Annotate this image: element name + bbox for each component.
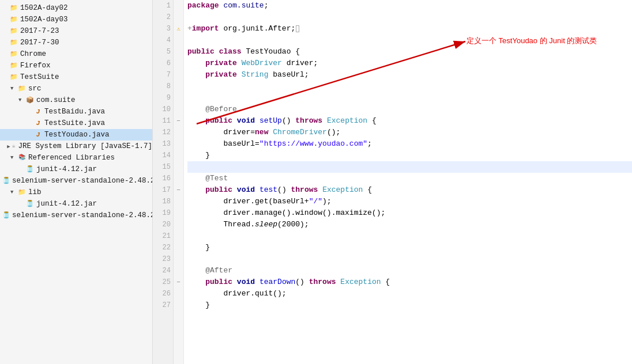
gutter-item[interactable]: − — [174, 184, 183, 196]
jar-icon: 🫙 — [25, 199, 35, 208]
tree-label: Referenced Libraries — [28, 154, 115, 162]
jar-icon: 🫙 — [25, 165, 35, 174]
tree-label: 1502A-day03 — [20, 16, 68, 24]
code-line: public void tearDown() throws Exception … — [187, 276, 632, 288]
sidebar-item-2017-7-30[interactable]: 📁 2017-7-30 — [0, 37, 152, 48]
code-line: private WebDriver driver; — [187, 58, 632, 69]
tree-label: TestSuite.java — [44, 119, 105, 127]
sidebar-item-junit-jar2[interactable]: 🫙 junit-4.12.jar — [0, 198, 152, 210]
line-number: 1 — [153, 0, 171, 12]
code-line: private String baseUrl; — [187, 69, 632, 81]
code-line — [187, 161, 632, 173]
gutter-item[interactable] — [174, 219, 183, 230]
code-line — [187, 35, 632, 46]
gutter-item[interactable] — [174, 196, 183, 207]
file-tree: 📁 1502A-day02 📁 1502A-day03 📁 2017-7-23 … — [0, 0, 153, 364]
sidebar-item-JRE[interactable]: ▶ ☕ JRE System Library [JavaSE-1.7] — [0, 141, 152, 152]
tree-arrow: ▼ — [10, 189, 17, 195]
line-number: 25 — [153, 276, 171, 288]
gutter-item[interactable] — [174, 161, 183, 173]
project-icon: 📁 — [9, 26, 18, 36]
gutter-item[interactable] — [174, 138, 183, 150]
gutter-item[interactable] — [174, 0, 183, 12]
sidebar-item-lib[interactable]: ▼ 📁 lib — [0, 187, 152, 198]
gutter-item[interactable]: − — [174, 115, 183, 127]
sidebar-item-junit-jar[interactable]: 🫙 junit-4.12.jar — [0, 164, 152, 175]
gutter-item[interactable] — [174, 173, 183, 184]
lib-icon: 📚 — [17, 153, 27, 162]
gutter-item[interactable] — [174, 150, 183, 161]
line-number: 5 — [153, 46, 171, 58]
gutter-item[interactable] — [174, 58, 183, 69]
code-line: +import org.junit.After; — [187, 23, 632, 35]
gutter-item[interactable] — [174, 12, 183, 23]
line-number: 4 — [153, 35, 171, 46]
tree-label: Firefox — [20, 62, 51, 70]
line-number: 18 — [153, 196, 171, 207]
sidebar-item-TestBaidu.java[interactable]: J TestBaidu.java — [0, 106, 152, 117]
tree-label: selenium-server-standalone-2.48.2.j — [12, 177, 153, 185]
gutter-item[interactable] — [174, 230, 183, 242]
line-number: 12 — [153, 127, 171, 138]
java-icon: J — [33, 107, 43, 116]
gutter-item[interactable] — [174, 81, 183, 92]
tree-label: Chrome — [20, 50, 46, 58]
code-line: package com.suite; — [187, 0, 632, 12]
sidebar-item-TestYoudao.java[interactable]: J TestYoudao.java — [0, 129, 152, 141]
line-number: 3 — [153, 23, 171, 35]
line-number: 23 — [153, 253, 171, 265]
sidebar-item-RefLibs[interactable]: ▼ 📚 Referenced Libraries — [0, 152, 152, 164]
gutter-item[interactable] — [174, 288, 183, 299]
gutter-item[interactable] — [174, 104, 183, 115]
gutter-item[interactable] — [174, 253, 183, 265]
tree-label: junit-4.12.jar — [36, 200, 97, 208]
gutter-item[interactable] — [174, 92, 183, 104]
sidebar-item-1502A-day02[interactable]: 📁 1502A-day02 — [0, 2, 152, 14]
line-number: 16 — [153, 173, 171, 184]
gutter-item[interactable]: − — [174, 276, 183, 288]
code-line: driver.get(baseUrl+"/"); — [187, 196, 632, 207]
sidebar-item-Chrome[interactable]: 📁 Chrome — [0, 48, 152, 60]
line-number: 9 — [153, 92, 171, 104]
line-number: 7 — [153, 69, 171, 81]
sidebar-item-selenium-jar[interactable]: 🫙 selenium-server-standalone-2.48.2.j — [0, 175, 152, 187]
sidebar-item-com.suite[interactable]: ▼ 📦 com.suite — [0, 94, 152, 106]
line-number: 22 — [153, 242, 171, 253]
code-line — [187, 12, 632, 23]
line-number: 19 — [153, 207, 171, 219]
line-number: 20 — [153, 219, 171, 230]
sidebar-item-TestSuite.java[interactable]: J TestSuite.java — [0, 117, 152, 129]
src-icon: 📁 — [17, 84, 27, 93]
gutter-item[interactable] — [174, 127, 183, 138]
tree-label: JRE System Library [JavaSE-1.7] — [18, 142, 152, 150]
sidebar-item-2017-7-23[interactable]: 📁 2017-7-23 — [0, 25, 152, 37]
code-line: @Before — [187, 104, 632, 115]
line-number: 6 — [153, 58, 171, 69]
tree-arrow: ▼ — [10, 86, 17, 92]
gutter-item[interactable] — [174, 207, 183, 219]
tree-label: TestSuite — [20, 73, 59, 81]
gutter-item[interactable] — [174, 69, 183, 81]
gutter-item[interactable] — [174, 35, 183, 46]
tree-label: 1502A-day02 — [20, 4, 68, 12]
sidebar-item-Firefox[interactable]: 📁 Firefox — [0, 60, 152, 71]
sidebar-item-selenium-jar2[interactable]: 🫙 selenium-server-standalone-2.48.2.j — [0, 210, 152, 221]
code-line: baseUrl="https://www.youdao.com"; — [187, 138, 632, 150]
gutter-item[interactable] — [174, 46, 183, 58]
gutter-item[interactable] — [174, 299, 183, 311]
sidebar-item-1502A-day03[interactable]: 📁 1502A-day03 — [0, 14, 152, 25]
gutter-item[interactable] — [174, 265, 183, 276]
code-line — [187, 253, 632, 265]
tree-arrow: ▼ — [10, 155, 17, 161]
code-line — [187, 92, 632, 104]
sidebar-item-TestSuite[interactable]: 📁 TestSuite — [0, 71, 152, 83]
sidebar-item-src[interactable]: ▼ 📁 src — [0, 83, 152, 94]
tree-label: com.suite — [36, 96, 76, 104]
gutter: ⚠−−− — [174, 0, 184, 364]
java-icon: J — [33, 130, 43, 139]
line-number: 8 — [153, 81, 171, 92]
gutter-item[interactable]: ⚠ — [174, 23, 183, 35]
gutter-item[interactable] — [174, 242, 183, 253]
code-line: driver.manage().window().maximize(); — [187, 207, 632, 219]
code-content: package com.suite; +import org.junit.Aft… — [184, 0, 632, 364]
